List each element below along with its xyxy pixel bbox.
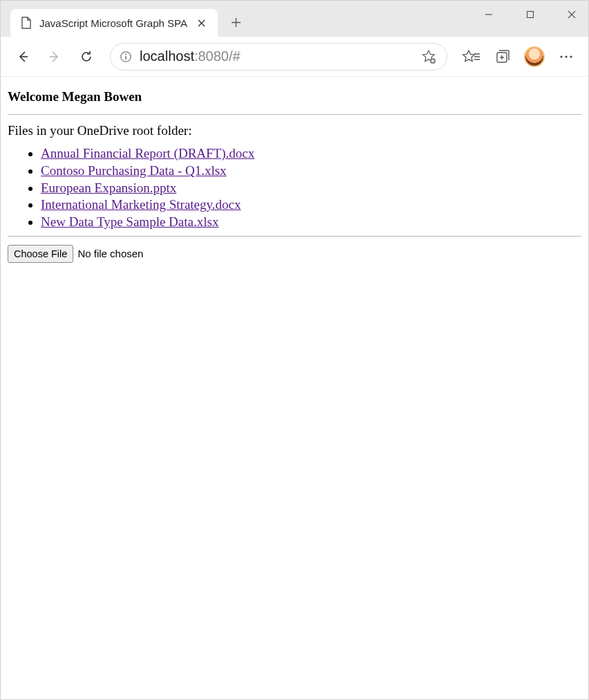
reload-button[interactable]	[73, 43, 100, 71]
window-controls	[476, 5, 584, 24]
file-link[interactable]: Contoso Purchasing Data - Q1.xlsx	[41, 163, 227, 178]
minimize-button[interactable]	[476, 5, 501, 24]
page-icon	[20, 17, 32, 29]
toolbar: localhost:8080/#	[1, 37, 588, 77]
tab-title: JavaScript Microsoft Graph SPA	[39, 17, 187, 29]
svg-point-2	[125, 53, 127, 55]
list-item: Contoso Purchasing Data - Q1.xlsx	[41, 163, 581, 179]
forward-button[interactable]	[41, 43, 68, 71]
svg-point-6	[565, 55, 567, 57]
file-link[interactable]: European Expansion.pptx	[41, 181, 176, 195]
page-content: Welcome Megan Bowen Files in your OneDri…	[1, 77, 588, 699]
divider	[8, 236, 581, 237]
list-item: European Expansion.pptx	[41, 180, 581, 196]
settings-menu-button[interactable]	[552, 43, 580, 71]
star-add-icon[interactable]	[419, 43, 438, 71]
site-info-icon[interactable]	[119, 50, 133, 64]
svg-point-7	[570, 55, 572, 57]
address-bar[interactable]: localhost:8080/#	[110, 43, 447, 71]
close-tab-button[interactable]	[194, 15, 209, 30]
file-input-row: Choose File No file chosen	[8, 245, 581, 263]
file-link[interactable]: International Marketing Strategy.docx	[41, 197, 241, 212]
url-text: localhost:8080/#	[140, 48, 241, 64]
list-item: International Marketing Strategy.docx	[41, 196, 581, 213]
file-link[interactable]: Annual Financial Report (DRAFT).docx	[41, 146, 254, 160]
files-heading: Files in your OneDrive root folder:	[8, 123, 581, 138]
close-window-button[interactable]	[559, 5, 584, 24]
titlebar: JavaScript Microsoft Graph SPA	[1, 1, 588, 37]
favorites-button[interactable]	[457, 43, 485, 71]
url-rest: :8080/#	[194, 48, 241, 64]
no-file-label: No file chosen	[77, 248, 143, 259]
profile-button[interactable]	[521, 43, 548, 71]
avatar-icon	[524, 46, 545, 67]
svg-rect-0	[527, 12, 534, 18]
back-button[interactable]	[9, 43, 37, 71]
browser-tab[interactable]: JavaScript Microsoft Graph SPA	[10, 9, 218, 37]
choose-file-button[interactable]: Choose File	[8, 245, 73, 263]
divider	[8, 114, 581, 115]
file-list: Annual Financial Report (DRAFT).docx Con…	[8, 145, 581, 230]
list-item: Annual Financial Report (DRAFT).docx	[41, 145, 581, 162]
list-item: New Data Type Sample Data.xlsx	[41, 214, 581, 230]
welcome-heading: Welcome Megan Bowen	[8, 89, 581, 104]
collections-button[interactable]	[489, 43, 516, 71]
svg-point-5	[560, 55, 562, 57]
maximize-button[interactable]	[518, 5, 543, 24]
url-host: localhost	[140, 48, 194, 64]
new-tab-button[interactable]	[225, 10, 248, 34]
browser-window: JavaScript Microsoft Graph SPA	[0, 0, 589, 700]
file-link[interactable]: New Data Type Sample Data.xlsx	[41, 214, 218, 229]
